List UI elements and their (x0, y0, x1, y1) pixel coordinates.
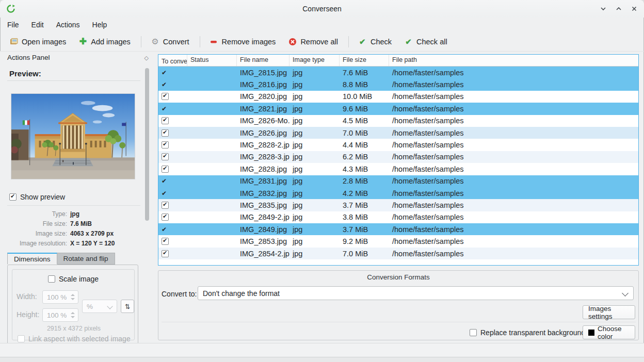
to-convert-checkbox[interactable] (162, 166, 169, 173)
to-convert-checkbox[interactable]: ✔ (162, 190, 167, 196)
convert-label: Convert (163, 38, 189, 46)
divider (7, 205, 140, 206)
menu-actions[interactable]: Actions (54, 19, 86, 30)
table-row[interactable]: ✔IMG_2815.jpgjpg7.6 MiB/home/faster/samp… (158, 67, 638, 78)
minimize-button[interactable] (599, 4, 608, 13)
check-all-icon: ✔ (404, 37, 413, 46)
tab-rotate-and-flip[interactable]: Rotate and flip (57, 253, 115, 265)
header-status[interactable]: Status (187, 55, 237, 66)
to-convert-checkbox[interactable] (162, 141, 169, 149)
to-convert-checkbox[interactable] (162, 129, 169, 137)
table-body: ✔IMG_2815.jpgjpg7.6 MiB/home/faster/samp… (158, 67, 638, 259)
cell-file-name: IMG_2828.jpg (237, 165, 289, 173)
images-settings-button[interactable]: Images settings (583, 305, 635, 319)
link-aspect-checkbox[interactable] (18, 335, 25, 342)
menu-help[interactable]: Help (90, 19, 114, 30)
cell-image-type: jpg (289, 225, 340, 234)
show-preview-label: Show preview (20, 193, 65, 201)
table-row[interactable]: ✔IMG_2849.jpgjpg3.7 MiB/home/faster/samp… (158, 223, 638, 235)
cell-file-path: /home/faster/samples (389, 165, 638, 173)
link-aspect-row: Link aspect with selected image (18, 335, 131, 343)
to-convert-checkbox[interactable] (162, 238, 169, 245)
dock-float-icon[interactable]: ◇ (144, 55, 149, 61)
table-row[interactable]: ✔IMG_2821.jpgjpg9.6 MiB/home/faster/samp… (158, 103, 638, 114)
header-to-convert[interactable]: To convert (158, 55, 187, 66)
table-row[interactable]: ✔IMG_2816.jpgjpg8.8 MiB/home/faster/samp… (158, 78, 638, 90)
open-images-button[interactable]: Open images (5, 35, 70, 48)
width-spinbox[interactable]: 100 % (42, 290, 78, 304)
convert-button[interactable]: ⚙ Convert (147, 35, 194, 48)
cell-file-path: /home/faster/samples (389, 213, 638, 221)
table-row[interactable]: ✔IMG_2831.jpgjpg2.8 MiB/home/faster/samp… (158, 175, 638, 187)
format-dropdown[interactable]: Don't change the format (198, 286, 634, 300)
table-row[interactable]: IMG_2828-2.jpgjpg4.4 MiB/home/faster/sam… (158, 139, 638, 151)
preview-image (11, 93, 135, 179)
to-convert-checkbox[interactable] (162, 202, 169, 209)
spin-arrows-icon[interactable] (71, 312, 75, 318)
remove-all-button[interactable]: Remove all (284, 35, 342, 48)
table-row[interactable]: IMG_2826.jpgjpg7.0 MiB/home/faster/sampl… (158, 127, 638, 139)
header-image-type[interactable]: Image type (289, 55, 340, 66)
maximize-button[interactable] (614, 4, 623, 13)
cell-image-type: jpg (289, 201, 340, 209)
cell-file-path: /home/faster/samples (389, 105, 638, 113)
chevron-down-icon (107, 303, 112, 309)
to-convert-checkbox[interactable]: ✔ (162, 81, 167, 88)
height-spinbox[interactable]: 100 % (42, 308, 78, 322)
window-bottom-edge (0, 357, 644, 362)
table-row[interactable]: IMG_2853.jpgjpg9.2 MiB/home/faster/sampl… (158, 235, 638, 247)
menu-edit[interactable]: Edit (29, 19, 50, 30)
header-file-name[interactable]: File name (237, 55, 289, 66)
cell-file-size: 7.6 MiB (340, 69, 389, 77)
table-row[interactable]: ✔IMG_2832.jpgjpg4.2 MiB/home/faster/samp… (158, 187, 638, 199)
height-label: Height: (17, 310, 39, 319)
cell-file-name: IMG_2815.jpg (237, 69, 289, 77)
close-button[interactable] (630, 4, 639, 13)
table-row[interactable]: IMG_2828.jpgjpg4.3 MiB/home/faster/sampl… (158, 163, 638, 175)
info-image-size: Image size:4063 x 2709 px (0, 230, 140, 237)
add-images-button[interactable]: ✚ Add images (74, 35, 135, 48)
swap-dimensions-button[interactable]: ⇄ (121, 300, 134, 313)
conversion-formats-group: Conversion Formats Convert to: Don't cha… (158, 270, 639, 340)
tab-dimensions[interactable]: Dimensions (7, 253, 57, 265)
swap-icon: ⇄ (124, 304, 132, 309)
to-convert-checkbox[interactable] (162, 93, 169, 100)
show-preview-checkbox[interactable] (9, 193, 17, 201)
spin-arrows-icon[interactable] (71, 294, 75, 300)
status-bar (0, 343, 644, 357)
add-icon: ✚ (78, 37, 87, 46)
choose-color-button[interactable]: Choose color (583, 325, 635, 339)
scale-frame: Scale image Width: 100 % Height: 100 % % (12, 269, 135, 340)
table-row[interactable]: IMG_2849-2.jpgjpg3.8 MiB/home/faster/sam… (158, 211, 638, 223)
unit-combobox[interactable]: % (82, 300, 117, 313)
table-row[interactable]: IMG_2835.jpgjpg3.7 MiB/home/faster/sampl… (158, 199, 638, 211)
to-convert-checkbox[interactable]: ✔ (162, 70, 167, 76)
remove-images-button[interactable]: Remove images (205, 35, 280, 48)
cell-file-size: 6.2 MiB (340, 153, 389, 161)
to-convert-checkbox[interactable]: ✔ (162, 178, 167, 184)
scale-image-checkbox[interactable] (48, 275, 55, 283)
to-convert-checkbox[interactable]: ✔ (162, 106, 167, 112)
check-all-button[interactable]: ✔ Check all (400, 35, 452, 48)
to-convert-checkbox[interactable]: ✔ (162, 226, 167, 233)
panel-scrollbar[interactable] (145, 68, 149, 221)
check-button[interactable]: ✔ Check (354, 35, 396, 48)
cell-file-path: /home/faster/samples (389, 69, 638, 77)
header-file-path[interactable]: File path (389, 55, 638, 66)
to-convert-checkbox[interactable] (162, 250, 169, 257)
cell-file-name: IMG_2854-2.jpg (237, 250, 289, 258)
menu-file[interactable]: File (5, 19, 25, 30)
header-file-size[interactable]: File size (340, 55, 389, 66)
table-row[interactable]: IMG_2828-3.jpgjpg6.2 MiB/home/faster/sam… (158, 151, 638, 163)
cell-file-size: 8.8 MiB (340, 80, 389, 89)
table-row[interactable]: IMG_2820.jpgjpg10.0 MiB/home/faster/samp… (158, 91, 638, 103)
to-convert-checkbox[interactable] (162, 117, 169, 124)
cell-file-path: /home/faster/samples (389, 92, 638, 101)
cell-file-size: 7.0 MiB (340, 250, 389, 258)
to-convert-checkbox[interactable] (162, 153, 169, 160)
table-row[interactable]: IMG_2826-Mo...jpg4.5 MiB/home/faster/sam… (158, 115, 638, 127)
replace-background-checkbox[interactable] (470, 329, 477, 336)
width-label: Width: (17, 292, 37, 301)
to-convert-checkbox[interactable] (162, 213, 169, 221)
table-row[interactable]: IMG_2854-2.jpgjpg7.0 MiB/home/faster/sam… (158, 248, 638, 259)
